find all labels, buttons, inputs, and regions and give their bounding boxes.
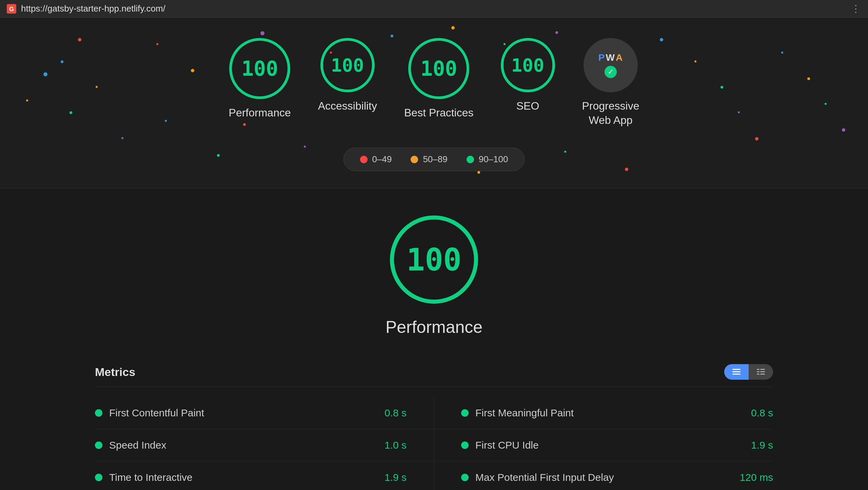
- svg-rect-3: [732, 371, 741, 372]
- metric-value-si: 1.0 s: [384, 439, 407, 451]
- score-item-pwa: P W A ✓ ProgressiveWeb App: [582, 38, 639, 127]
- metric-name-fci: First CPU Idle: [475, 439, 539, 451]
- metric-value-fcp: 0.8 s: [384, 407, 407, 419]
- toggle-list-button[interactable]: [749, 364, 773, 380]
- metric-left-fcp: First Contentful Paint: [95, 407, 204, 419]
- score-circle-accessibility: 100: [320, 38, 375, 92]
- score-item-best-practices: 100 Best Practices: [404, 38, 474, 120]
- legend-dot-orange: [411, 156, 418, 163]
- toggle-bars-button[interactable]: [724, 364, 749, 380]
- metric-name-mpfid: Max Potential First Input Delay: [475, 472, 614, 483]
- svg-text:G: G: [9, 6, 14, 13]
- score-label-performance: Performance: [229, 106, 291, 120]
- legend-item-red: 0–49: [360, 154, 392, 165]
- metric-name-tti: Time to Interactive: [109, 472, 193, 483]
- score-value-accessibility: 100: [331, 55, 364, 76]
- score-circle-performance: 100: [229, 38, 290, 99]
- score-label-accessibility: Accessibility: [318, 99, 377, 113]
- score-circle-best-practices: 100: [408, 38, 469, 99]
- top-section: 100 Performance 100 Accessibility 100 Be…: [0, 18, 868, 188]
- scores-row: 100 Performance 100 Accessibility 100 Be…: [229, 38, 639, 127]
- pwa-check-icon: ✓: [605, 66, 617, 78]
- metric-dot-si: [95, 441, 102, 449]
- metric-dot-fmp: [461, 409, 469, 417]
- score-item-seo: 100 SEO: [501, 38, 555, 113]
- metric-row-tti: Time to Interactive 1.9 s: [95, 461, 434, 490]
- metrics-header: Metrics: [95, 364, 773, 387]
- metric-value-mpfid: 120 ms: [740, 472, 773, 483]
- metric-left-tti: Time to Interactive: [95, 472, 193, 483]
- metrics-grid: First Contentful Paint 0.8 s First Meani…: [95, 397, 773, 490]
- metric-dot-fcp: [95, 409, 102, 417]
- legend-item-orange: 50–89: [411, 154, 447, 165]
- metrics-section: Metrics: [95, 364, 773, 490]
- metric-left-si: Speed Index: [95, 439, 166, 451]
- score-item-accessibility: 100 Accessibility: [318, 38, 377, 113]
- svg-rect-8: [760, 371, 765, 372]
- score-label-pwa: ProgressiveWeb App: [582, 99, 639, 127]
- score-circle-seo: 100: [501, 38, 555, 92]
- pwa-letter-w: W: [606, 52, 615, 63]
- metric-value-fmp: 0.8 s: [751, 407, 773, 419]
- pwa-letter-p: P: [598, 52, 605, 63]
- legend-range-red: 0–49: [372, 154, 392, 165]
- legend-dot-green: [467, 156, 474, 163]
- svg-rect-9: [757, 374, 760, 375]
- metric-value-fci: 1.9 s: [751, 439, 773, 451]
- metric-row-fci: First CPU Idle 1.9 s: [434, 429, 773, 461]
- pwa-letter-a: A: [616, 52, 623, 63]
- metric-value-tti: 1.9 s: [384, 472, 407, 483]
- browser-menu-icon[interactable]: ⋮: [851, 3, 861, 14]
- legend-range-orange: 50–89: [423, 154, 447, 165]
- svg-rect-10: [760, 374, 765, 375]
- metric-row-si: Speed Index 1.0 s: [95, 429, 434, 461]
- score-label-seo: SEO: [516, 99, 539, 113]
- big-score-value: 100: [407, 242, 462, 278]
- metrics-title: Metrics: [95, 365, 135, 379]
- score-value-performance: 100: [241, 57, 278, 80]
- big-score-label: Performance: [386, 317, 482, 337]
- favicon: G: [7, 4, 16, 14]
- pwa-circle: P W A ✓: [584, 38, 638, 92]
- browser-chrome: G https://gatsby-starter-hpp.netlify.com…: [0, 0, 868, 18]
- legend-item-green: 90–100: [467, 154, 508, 165]
- svg-rect-5: [757, 369, 760, 370]
- metric-dot-tti: [95, 474, 102, 481]
- bottom-section: 100 Performance Metrics: [0, 188, 868, 490]
- score-value-best-practices: 100: [420, 57, 457, 80]
- metric-name-fmp: First Meaningful Paint: [475, 407, 574, 419]
- score-value-seo: 100: [511, 55, 545, 76]
- url-bar[interactable]: https://gatsby-starter-hpp.netlify.com/: [21, 3, 851, 14]
- metric-row-fmp: First Meaningful Paint 0.8 s: [434, 397, 773, 429]
- metric-dot-mpfid: [461, 474, 469, 481]
- big-score-container: 100 Performance: [95, 215, 773, 337]
- svg-rect-4: [732, 374, 741, 375]
- metric-row-mpfid: Max Potential First Input Delay 120 ms: [434, 461, 773, 490]
- metric-left-fmp: First Meaningful Paint: [461, 407, 574, 419]
- metric-row-fcp: First Contentful Paint 0.8 s: [95, 397, 434, 429]
- score-label-best-practices: Best Practices: [404, 106, 474, 120]
- view-toggle[interactable]: [724, 364, 773, 380]
- score-item-performance: 100 Performance: [229, 38, 291, 120]
- legend-range-green: 90–100: [479, 154, 508, 165]
- svg-rect-2: [732, 369, 741, 370]
- metric-name-si: Speed Index: [109, 439, 166, 451]
- svg-rect-6: [760, 369, 765, 370]
- big-score-circle: 100: [390, 215, 478, 304]
- svg-rect-7: [757, 371, 760, 372]
- metric-dot-fci: [461, 441, 469, 449]
- metric-name-fcp: First Contentful Paint: [109, 407, 204, 419]
- metric-left-mpfid: Max Potential First Input Delay: [461, 472, 614, 483]
- metric-left-fci: First CPU Idle: [461, 439, 539, 451]
- legend-dot-red: [360, 156, 368, 163]
- score-legend: 0–49 50–89 90–100: [343, 148, 525, 171]
